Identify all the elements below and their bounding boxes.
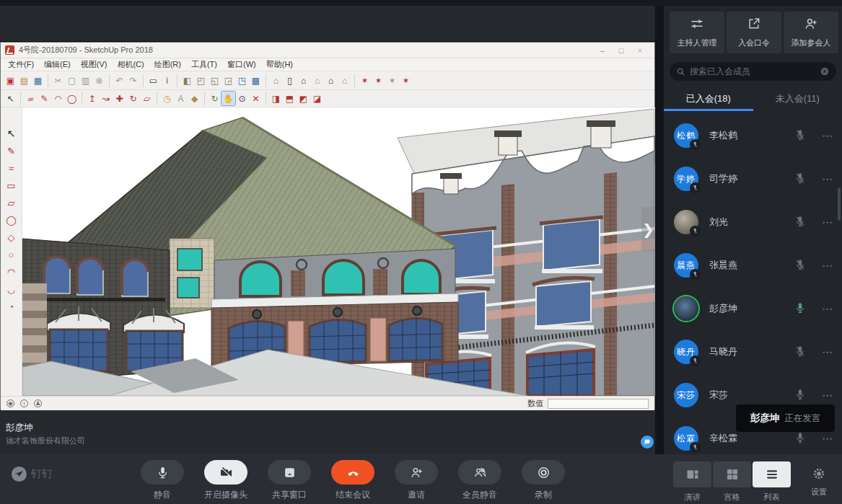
mic-idle-icon[interactable] [794, 388, 807, 402]
participant-row[interactable]: 学婷 司学婷 ●●● [664, 157, 842, 200]
redo-icon[interactable]: ↷ [126, 74, 140, 87]
arc-icon[interactable]: ◠ [51, 92, 65, 105]
edit-group-icon[interactable]: ◲ [222, 74, 235, 87]
line-icon[interactable]: ✎ [38, 92, 51, 105]
model-info-icon[interactable]: i [160, 74, 174, 87]
two-point-arc-tool-icon[interactable]: ◡ [4, 282, 19, 296]
search-input[interactable]: 搜索已入会成员 [690, 66, 815, 78]
top-view-icon[interactable]: ⌂ [297, 74, 310, 87]
followme-icon[interactable]: ↝ [99, 92, 113, 105]
zoom-extents-icon[interactable]: ✕ [249, 92, 263, 105]
next-video-chevron-icon[interactable]: ❯ [641, 207, 655, 252]
tab-joined[interactable]: 已入会(18) [664, 87, 753, 111]
participant-row[interactable]: 晓丹 马晓丹 ●●● [664, 330, 842, 373]
list-scrollbar[interactable] [838, 187, 841, 221]
open-icon[interactable]: ▤ [17, 74, 31, 87]
cut-icon[interactable]: ✂ [51, 74, 65, 87]
menu-item-7[interactable]: 帮助(H) [266, 59, 293, 70]
participant-row[interactable]: 松鹤 李松鹤 ●●● [664, 114, 842, 157]
section-fill-icon[interactable]: ⬒ [283, 92, 297, 105]
more-options-icon[interactable]: ●●● [823, 436, 833, 441]
end-button[interactable]: 结束会议 [328, 460, 378, 501]
rotated-rectangle-tool-icon[interactable]: ▱ [4, 195, 19, 210]
pan-icon[interactable]: ✋ [222, 92, 235, 105]
section-display-icon[interactable]: ◩ [297, 92, 310, 105]
more-options-icon[interactable]: ●●● [823, 220, 833, 224]
line-tool-icon[interactable]: ✎ [4, 143, 19, 158]
speaker-view-button[interactable]: 演讲 [672, 461, 712, 503]
share-button[interactable]: 共享窗口 [264, 460, 315, 501]
mic-muted-icon[interactable] [794, 172, 807, 186]
mic-muted-icon[interactable] [794, 345, 807, 359]
polygon-tool-icon[interactable]: ◇ [4, 230, 19, 244]
delete-icon[interactable]: ⊗ [92, 74, 106, 87]
pushpull-icon[interactable]: ↥ [85, 92, 99, 105]
list-view-button[interactable]: 列表 [752, 461, 791, 503]
sketchup-titlebar[interactable]: 4号院-20180709 - SketchUp Pro 2018 – □ × [1, 43, 654, 58]
tab-not-joined[interactable]: 未入会(11) [753, 87, 842, 111]
ellipse-tool-icon[interactable]: ○ [4, 247, 19, 262]
menu-item-3[interactable]: 相机(C) [117, 59, 144, 70]
record-button[interactable]: 录制 [518, 460, 569, 501]
pie-tool-icon[interactable]: ◔ [4, 299, 19, 314]
unlock-icon[interactable]: ▩ [249, 74, 263, 87]
rectangle-tool-icon[interactable]: ▭ [4, 178, 19, 193]
more-options-icon[interactable]: ●●● [823, 263, 833, 268]
sign-in-icon[interactable]: ♟ [34, 399, 42, 407]
left-view-icon[interactable]: ⌂ [338, 74, 351, 87]
mute-button[interactable]: 静音 [137, 460, 188, 501]
menu-item-1[interactable]: 编辑(E) [44, 59, 71, 70]
iso-view-icon[interactable]: ⌂ [269, 74, 283, 87]
host-manage-button[interactable]: 主持人管理 [670, 12, 724, 53]
more-options-icon[interactable]: ●●● [823, 350, 833, 354]
search-box[interactable]: 搜索已入会成员 [670, 62, 836, 81]
more-options-icon[interactable]: ●●● [823, 393, 833, 397]
style-icon[interactable]: ◪ [310, 92, 324, 105]
arc-tool-icon[interactable]: ◠ [4, 265, 19, 279]
add-participant-button[interactable]: 添加参会人 [784, 12, 838, 53]
menu-item-2[interactable]: 视图(V) [81, 59, 108, 70]
front-view-icon[interactable]: ▯ [283, 74, 297, 87]
plugin-4-icon[interactable]: ✶ [399, 74, 413, 87]
orbit-icon[interactable]: ↻ [208, 92, 222, 105]
scale-icon[interactable]: ▱ [140, 92, 154, 105]
plugin-1-icon[interactable]: ✶ [358, 74, 372, 87]
rotate-icon[interactable]: ↻ [126, 92, 140, 105]
measurement-input[interactable] [548, 399, 649, 409]
paint-bucket-icon[interactable]: ◆ [188, 92, 201, 105]
mic-muted-icon[interactable] [794, 215, 807, 229]
select-tool-icon[interactable]: ↖ [4, 126, 19, 141]
close-button[interactable]: × [636, 46, 644, 55]
zoom-icon[interactable]: ⊙ [235, 92, 249, 105]
settings-button[interactable]: 设置 [803, 461, 835, 498]
right-view-icon[interactable]: ⌂ [310, 74, 324, 87]
geolocation-icon[interactable]: ◉ [6, 399, 14, 407]
mute-all-button[interactable]: 全员静音 [455, 460, 505, 501]
participant-row[interactable]: 晨燕 张晨燕 ●●● [664, 244, 842, 287]
group-icon[interactable]: ◱ [208, 74, 222, 87]
menu-item-4[interactable]: 绘图(R) [154, 59, 181, 70]
move-icon[interactable]: ✚ [113, 92, 126, 105]
copy-icon[interactable]: ▢ [65, 74, 79, 87]
sketchup-viewport[interactable] [22, 107, 656, 396]
clear-search-icon[interactable] [820, 66, 830, 76]
plugin-3-icon[interactable]: ✶ [385, 74, 399, 87]
paste-icon[interactable]: ▥ [79, 74, 92, 87]
make-component-icon[interactable]: ◧ [180, 74, 194, 87]
section-plane-icon[interactable]: ◨ [269, 92, 283, 105]
eraser-icon[interactable]: ▰ [24, 92, 38, 105]
meeting-code-button[interactable]: 入会口令 [727, 12, 781, 53]
more-options-icon[interactable]: ●●● [823, 133, 833, 138]
new-icon[interactable]: ▣ [4, 74, 17, 87]
lock-icon[interactable]: ◳ [235, 74, 249, 87]
tape-measure-icon[interactable]: ◷ [160, 92, 174, 105]
select-icon[interactable]: ↖ [4, 92, 17, 105]
mic-active-icon[interactable] [794, 301, 807, 316]
menu-item-6[interactable]: 窗口(W) [227, 59, 256, 70]
minimize-button[interactable]: – [598, 46, 607, 55]
circle-icon[interactable]: ◯ [65, 92, 79, 105]
mic-idle-icon[interactable] [794, 431, 807, 446]
more-options-icon[interactable]: ●●● [823, 306, 833, 311]
participant-row[interactable]: 刘光 ●●● [664, 200, 842, 244]
invite-button[interactable]: 邀请 [391, 460, 442, 501]
